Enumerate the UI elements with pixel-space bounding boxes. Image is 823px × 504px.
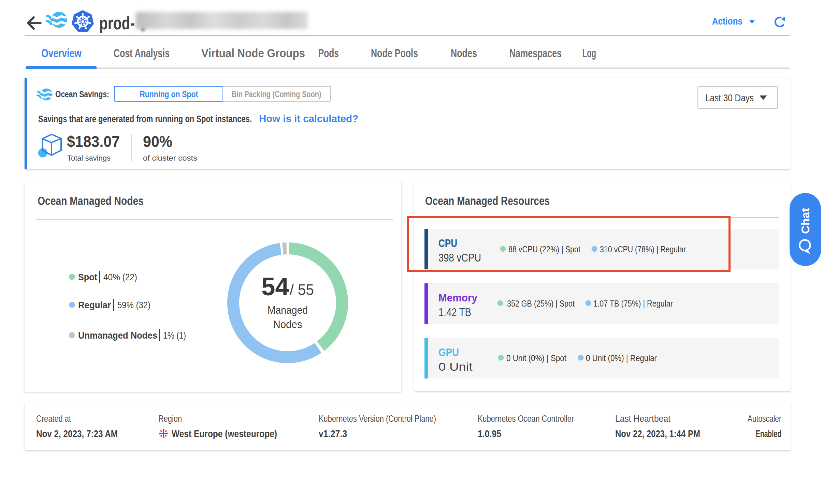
svg-text:1.42 TB: 1.42 TB [438,306,471,318]
svg-text:prod-: prod- [99,13,135,33]
svg-text:1.0.95: 1.0.95 [478,428,501,439]
svg-text:Ocean Managed Resources: Ocean Managed Resources [425,194,550,207]
svg-text:Actions: Actions [712,16,742,27]
svg-text:0 Unit (0%) | Regular: 0 Unit (0%) | Regular [586,353,657,363]
svg-text:of cluster costs: of cluster costs [143,154,197,162]
svg-text:GPU: GPU [438,346,459,358]
svg-text:Regular: Regular [78,300,111,310]
svg-text:Autoscaler: Autoscaler [748,414,781,424]
svg-text:Pods: Pods [318,46,339,60]
svg-text:v1.27.3: v1.27.3 [319,428,347,439]
svg-text:Cost Analysis: Cost Analysis [114,46,170,60]
svg-text:Overview: Overview [41,46,82,60]
svg-text:Chat: Chat [799,208,812,234]
svg-text:Ocean Savings:: Ocean Savings: [55,89,109,99]
svg-text:0 Unit (0%) | Spot: 0 Unit (0%) | Spot [506,353,567,363]
svg-text:Namespaces: Namespaces [509,46,562,60]
svg-text:88 vCPU (22%) | Spot: 88 vCPU (22%) | Spot [508,244,581,254]
svg-text:Nov 2, 2023, 7:23 AM: Nov 2, 2023, 7:23 AM [36,428,118,439]
svg-text:Last Heartbeat: Last Heartbeat [615,414,670,424]
svg-text:40% (22): 40% (22) [103,272,137,282]
svg-text:59% (32): 59% (32) [117,300,150,310]
svg-text:310 vCPU (78%) | Regular: 310 vCPU (78%) | Regular [600,244,686,254]
svg-text:Nodes: Nodes [451,46,477,60]
svg-text:Node Pools: Node Pools [371,46,418,60]
svg-text:1.07 TB (75%) | Regular: 1.07 TB (75%) | Regular [593,298,673,309]
svg-text:Unmanaged Nodes: Unmanaged Nodes [78,330,157,341]
svg-text:Created at: Created at [36,414,71,424]
svg-text:Region: Region [158,414,182,424]
svg-text:Savings that are generated fro: Savings that are generated from running … [38,114,252,124]
svg-text:Total savings: Total savings [67,154,111,162]
svg-text:/ 55: / 55 [290,281,314,298]
svg-text:West Europe (westeurope): West Europe (westeurope) [172,428,277,439]
svg-text:Enabled: Enabled [756,428,781,439]
svg-text:90%: 90% [143,132,172,150]
svg-text:Kubernetes Ocean Controller: Kubernetes Ocean Controller [478,414,574,424]
svg-text:1% (1): 1% (1) [163,330,186,341]
svg-text:Nodes: Nodes [273,318,302,330]
svg-text:CPU: CPU [438,237,457,249]
svg-text:$183.07: $183.07 [67,132,120,150]
svg-text:Running on Spot: Running on Spot [140,89,198,99]
svg-text:How is it calculated?: How is it calculated? [259,113,358,124]
svg-text:352 GB (25%) | Spot: 352 GB (25%) | Spot [507,298,575,309]
svg-text:Kubernetes Version (Control Pl: Kubernetes Version (Control Plane) [319,414,436,424]
svg-text:Ocean Managed Nodes: Ocean Managed Nodes [38,194,144,207]
svg-text:Last 30 Days: Last 30 Days [705,92,754,103]
svg-text:0 Unit: 0 Unit [438,360,473,373]
svg-text:398 vCPU: 398 vCPU [438,251,481,264]
svg-text:Memory: Memory [438,292,477,304]
svg-text:Bin Packing (Coming Soon): Bin Packing (Coming Soon) [232,89,321,99]
svg-text:Managed: Managed [268,304,308,316]
svg-text:Log: Log [582,46,596,60]
svg-text:Virtual Node Groups: Virtual Node Groups [201,46,305,60]
svg-text:54: 54 [261,272,289,301]
svg-text:Nov 22, 2023, 1:44 PM: Nov 22, 2023, 1:44 PM [615,428,700,439]
svg-text:Spot: Spot [78,272,97,282]
